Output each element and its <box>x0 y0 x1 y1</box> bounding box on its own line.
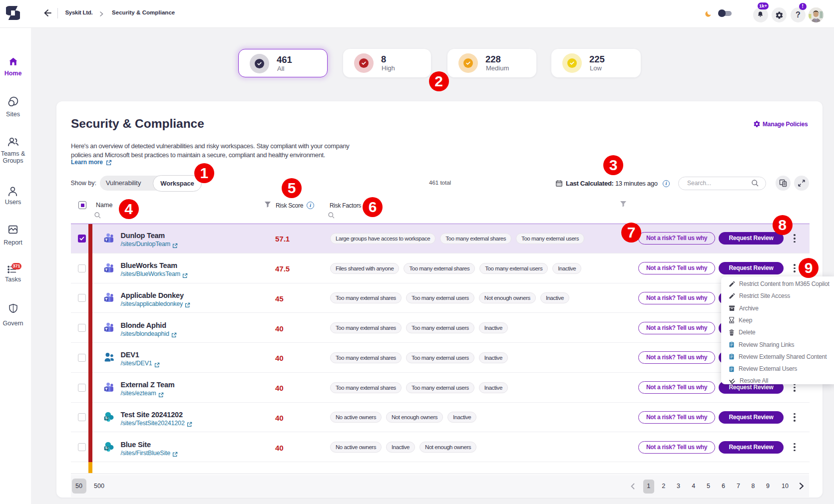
svg-text:S: S <box>105 417 107 421</box>
svg-text:S: S <box>105 447 107 451</box>
